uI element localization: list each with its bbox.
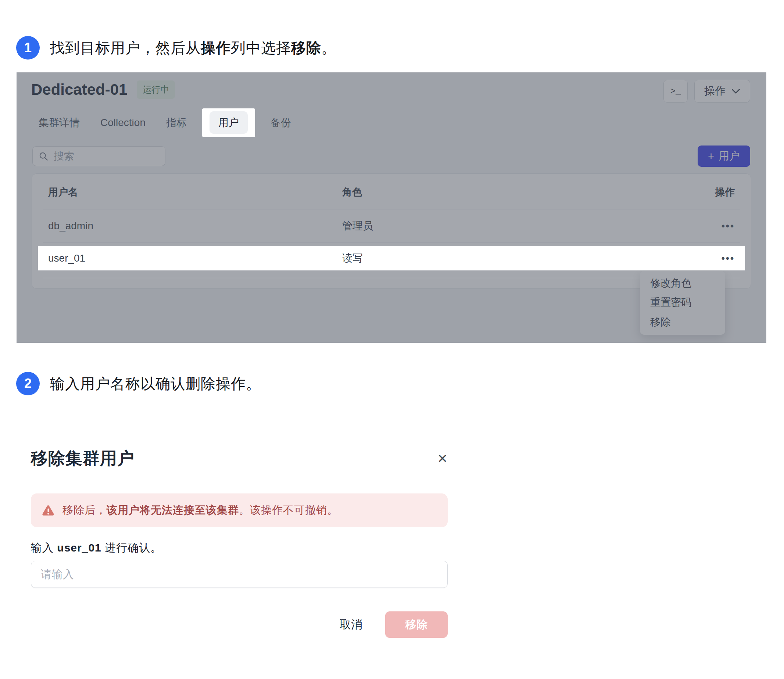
terminal-button[interactable]: >_ (663, 80, 688, 103)
cluster-header: Dedicated-01 运行中 (31, 80, 175, 99)
tab-metrics[interactable]: 指标 (166, 116, 187, 130)
step-1-text-bold-actions: 操作 (201, 40, 231, 56)
search-input[interactable] (53, 150, 159, 163)
add-user-label: 用户 (718, 149, 740, 164)
terminal-icon: >_ (670, 86, 681, 96)
cell-username: db_admin (48, 220, 342, 232)
column-header-actions: 操作 (702, 186, 735, 199)
table-header-row: 用户名 角色 操作 (32, 174, 751, 209)
table-divider (43, 278, 740, 278)
step-2-instruction: 输入用户名称以确认删除操作。 (50, 374, 261, 394)
menu-item-remove[interactable]: 移除 (640, 312, 725, 333)
tab-users-spotlight: 用户 (202, 108, 255, 137)
column-header-username: 用户名 (48, 186, 342, 199)
modal-header: 移除集群用户 ✕ (31, 446, 448, 471)
step-1: 1 找到目标用户，然后从操作列中选择移除。 (16, 36, 336, 59)
user-search-box (32, 146, 165, 166)
warning-alert: 移除后，该用户将无法连接至该集群。该操作不可撤销。 (31, 493, 448, 527)
plus-icon: + (708, 150, 714, 163)
table-divider (43, 242, 740, 243)
confirm-username-input[interactable] (31, 561, 448, 588)
tab-cluster-details[interactable]: 集群详情 (39, 116, 80, 130)
step-1-number: 1 (24, 40, 31, 55)
step-1-number-badge: 1 (16, 36, 40, 59)
step-1-text-end: 。 (321, 40, 336, 56)
chevron-down-icon (731, 89, 740, 94)
alert-text-pre: 移除后， (63, 504, 107, 516)
warning-triangle-icon (42, 505, 54, 516)
row-more-options-icon[interactable]: ••• (702, 253, 735, 264)
alert-text-bold: 该用户将无法连接至该集群 (107, 504, 239, 516)
step-1-text-mid: 列中选择 (231, 40, 291, 56)
cancel-button[interactable]: 取消 (337, 616, 365, 633)
modal-title: 移除集群用户 (31, 447, 135, 470)
remove-user-modal: 移除集群用户 ✕ 移除后，该用户将无法连接至该集群。该操作不可撤销。 输入 us… (31, 446, 448, 638)
close-icon[interactable]: ✕ (437, 452, 448, 465)
add-user-button[interactable]: + 用户 (698, 146, 750, 167)
row-more-options-icon[interactable]: ••• (702, 221, 735, 232)
search-icon (39, 152, 49, 161)
menu-item-modify-role[interactable]: 修改角色 (640, 274, 725, 293)
confirm-text-post: 进行确认。 (102, 541, 162, 554)
cluster-screenshot-panel: Dedicated-01 运行中 >_ 操作 集群详情 Collection 指… (17, 72, 766, 343)
modal-footer: 取消 移除 (31, 612, 448, 638)
menu-item-reset-password[interactable]: 重置密码 (640, 293, 725, 312)
actions-dropdown-button[interactable]: 操作 (694, 80, 750, 103)
actions-dropdown-label: 操作 (704, 84, 726, 99)
column-header-role: 角色 (342, 186, 702, 199)
cell-username: user_01 (48, 252, 342, 264)
table-row-db-admin[interactable]: db_admin 管理员 ••• (32, 210, 751, 242)
remove-button[interactable]: 移除 (385, 612, 448, 638)
row-actions-menu: 修改角色 重置密码 移除 (640, 271, 725, 335)
status-badge: 运行中 (137, 80, 175, 99)
warning-alert-text: 移除后，该用户将无法连接至该集群。该操作不可撤销。 (63, 503, 338, 518)
tab-backup[interactable]: 备份 (271, 116, 291, 130)
step-1-instruction: 找到目标用户，然后从操作列中选择移除。 (50, 38, 336, 58)
table-row-user-01-spotlight[interactable]: user_01 读写 ••• (38, 246, 745, 271)
step-1-text-bold-remove: 移除 (291, 40, 321, 56)
step-2-number-badge: 2 (16, 372, 40, 395)
step-2-number: 2 (24, 376, 31, 391)
confirm-username: user_01 (57, 541, 101, 554)
cluster-header-buttons: >_ 操作 (663, 80, 750, 103)
confirm-text-pre: 输入 (31, 541, 57, 554)
cell-role: 管理员 (342, 219, 702, 233)
cluster-tabs: 集群详情 Collection 指标 用户 备份 (39, 106, 291, 139)
cell-role: 读写 (342, 251, 702, 265)
step-1-text-pre: 找到目标用户，然后从 (50, 40, 201, 56)
step-2: 2 输入用户名称以确认删除操作。 (16, 372, 261, 395)
cluster-title: Dedicated-01 (31, 81, 127, 99)
tab-users[interactable]: 用户 (210, 111, 248, 134)
tab-collection[interactable]: Collection (100, 117, 146, 128)
confirm-instruction: 输入 user_01 进行确认。 (31, 540, 448, 555)
alert-text-post: 。该操作不可撤销。 (239, 504, 338, 516)
